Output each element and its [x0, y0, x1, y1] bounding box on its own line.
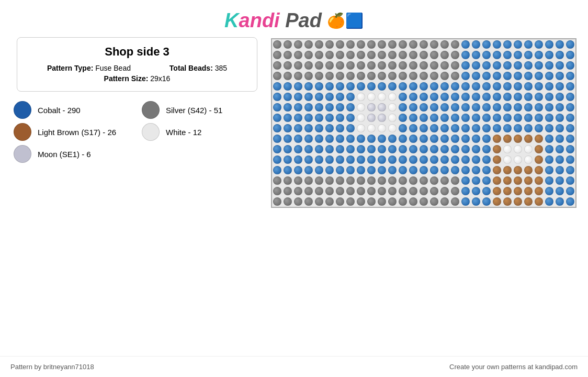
- bead-cell: [565, 92, 575, 102]
- bead-cobalt: [514, 124, 522, 132]
- bead-cobalt: [430, 145, 438, 153]
- bead-cobalt: [284, 166, 292, 174]
- bead-cell: [387, 113, 398, 123]
- bead-cobalt: [535, 61, 543, 70]
- bead-cobalt: [566, 187, 574, 195]
- bead-cell: [460, 81, 471, 92]
- bead-cell: [387, 144, 398, 154]
- bead-cell: [314, 113, 324, 123]
- bead-cobalt: [399, 145, 407, 153]
- bead-cobalt: [420, 93, 428, 101]
- bead-cobalt: [482, 135, 491, 143]
- bead-cobalt: [346, 82, 355, 91]
- bead-cell: [439, 175, 450, 186]
- bead-cell: [366, 175, 377, 186]
- bead-cell: [481, 123, 492, 134]
- bead-cell: [492, 81, 502, 92]
- bead-cell: [314, 175, 324, 186]
- bead-cell: [419, 175, 429, 186]
- bead-cell: [460, 71, 471, 81]
- bead-cobalt: [472, 40, 480, 49]
- bead-cell: [513, 71, 523, 81]
- bead-cobalt: [346, 124, 355, 132]
- bead-cobalt: [524, 40, 533, 49]
- bead-cell: [398, 92, 408, 102]
- bead-silver: [409, 40, 417, 49]
- bead-cell: [502, 113, 513, 123]
- bead-cell: [324, 186, 335, 196]
- bead-white: [514, 145, 522, 153]
- bead-cell: [314, 134, 324, 144]
- bead-light-brown: [535, 176, 543, 185]
- bead-cell: [544, 196, 555, 207]
- grid-row: [272, 102, 575, 113]
- bead-cell: [293, 144, 303, 154]
- bead-cell: [523, 186, 534, 196]
- bead-cell: [471, 186, 481, 196]
- bead-cell: [429, 60, 439, 71]
- bead-cobalt: [503, 114, 512, 122]
- bead-cobalt: [325, 166, 334, 174]
- bead-light-brown: [514, 176, 522, 185]
- bead-cell: [460, 92, 471, 102]
- bead-cell: [502, 165, 513, 175]
- bead-cell: [356, 175, 366, 186]
- bead-cell: [324, 113, 335, 123]
- grid-row: [272, 71, 575, 81]
- bead-light-brown: [493, 145, 501, 153]
- bead-cell: [282, 60, 293, 71]
- bead-cell: [356, 154, 366, 165]
- bead-light-brown: [503, 197, 512, 206]
- bead-silver: [284, 61, 292, 70]
- bead-cobalt: [294, 103, 302, 112]
- bead-cell: [272, 196, 282, 207]
- bead-silver: [273, 72, 281, 80]
- bead-moon: [378, 103, 386, 112]
- bead-cell: [565, 154, 575, 165]
- bead-cobalt: [388, 166, 397, 174]
- bead-cell: [303, 113, 314, 123]
- bead-cell: [282, 165, 293, 175]
- bead-cell: [419, 81, 429, 92]
- bead-cell: [555, 113, 565, 123]
- bead-cobalt: [294, 82, 302, 91]
- bead-cobalt: [493, 124, 501, 132]
- bead-cell: [502, 50, 513, 60]
- grid-row: [272, 186, 575, 196]
- bead-cell: [471, 154, 481, 165]
- bead-cell: [303, 144, 314, 154]
- bead-panel: [268, 37, 580, 208]
- grid-row: [272, 113, 575, 123]
- bead-cobalt: [503, 72, 512, 80]
- bead-silver: [346, 51, 355, 59]
- bead-cobalt: [545, 156, 553, 164]
- bead-cell: [387, 175, 398, 186]
- bead-cell: [345, 154, 356, 165]
- bead-silver: [451, 40, 459, 49]
- bead-cobalt: [451, 124, 459, 132]
- bead-cell: [565, 175, 575, 186]
- bead-cell: [356, 134, 366, 144]
- bead-silver: [430, 40, 438, 49]
- bead-cobalt: [493, 40, 501, 49]
- bead-cell: [450, 175, 460, 186]
- bead-cell: [293, 50, 303, 60]
- bead-cobalt: [472, 61, 480, 70]
- bead-silver: [399, 176, 407, 185]
- bead-cell: [481, 81, 492, 92]
- bead-silver: [420, 51, 428, 59]
- bead-cell: [523, 113, 534, 123]
- bead-silver: [420, 72, 428, 80]
- bead-silver: [273, 197, 281, 206]
- bead-silver: [315, 176, 323, 185]
- bead-cobalt: [472, 93, 480, 101]
- bead-silver: [294, 72, 302, 80]
- bead-cell: [439, 134, 450, 144]
- bead-silver: [357, 72, 365, 80]
- bead-cobalt: [556, 40, 564, 49]
- bead-cell: [356, 196, 366, 207]
- bead-cobalt: [482, 103, 491, 112]
- bead-cell: [366, 123, 377, 134]
- bead-silver: [304, 187, 313, 195]
- bead-cell: [314, 92, 324, 102]
